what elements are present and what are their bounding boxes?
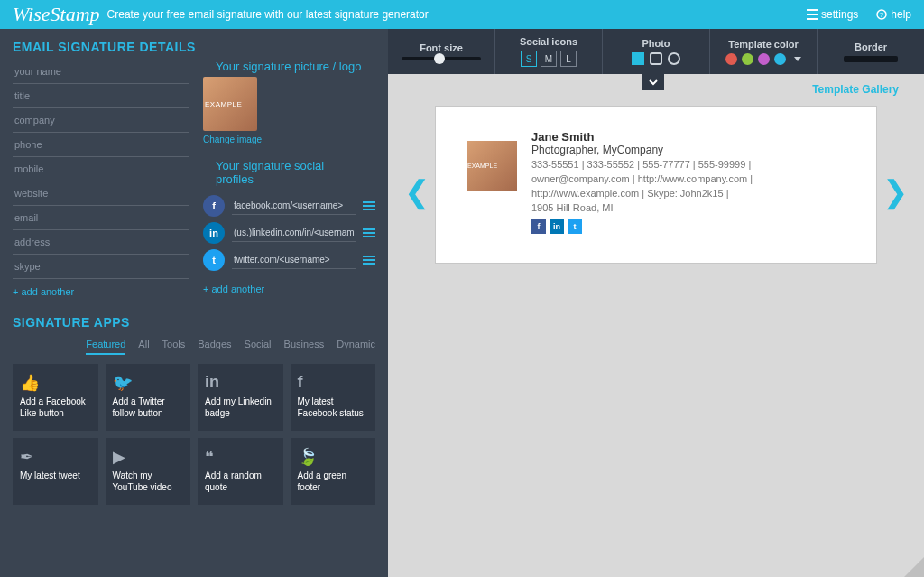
linkedin-icon: in	[205, 373, 276, 391]
app-quote[interactable]: ❝Add a random quote	[198, 438, 283, 505]
font-size-slider[interactable]	[402, 57, 481, 60]
tab-badges[interactable]: Badges	[198, 339, 231, 355]
website-field[interactable]	[13, 181, 189, 206]
left-panel: EMAIL SIGNATURE DETAILS + add another Yo…	[0, 29, 388, 577]
photo-shape-circle[interactable]	[668, 52, 680, 65]
photo-shape-rounded[interactable]	[650, 52, 662, 65]
svg-text:?: ?	[880, 11, 884, 19]
tab-business[interactable]: Business	[284, 339, 325, 355]
app-label: My latest Facebook status	[298, 396, 369, 419]
app-label: Add a random quote	[205, 470, 276, 493]
app-label: My latest tweet	[20, 470, 91, 482]
tab-all[interactable]: All	[138, 339, 149, 355]
tab-social[interactable]: Social	[245, 339, 272, 355]
size-m[interactable]: M	[541, 51, 557, 67]
preview-line: http://www.example.com | Skype: John2k15…	[531, 187, 753, 201]
size-l[interactable]: L	[560, 51, 577, 67]
top-bar: WiseStamp Create your free email signatu…	[0, 0, 924, 29]
preview-facebook-icon: f	[531, 219, 546, 234]
signature-avatar[interactable]	[203, 77, 257, 131]
facebook-icon: f	[203, 195, 225, 217]
app-facebook-status[interactable]: fMy latest Facebook status	[291, 364, 376, 431]
app-facebook-like[interactable]: 👍Add a Facebook Like button	[13, 364, 98, 431]
preview-line: 1905 Hill Road, MI	[531, 201, 753, 216]
font-size-label: Font size	[420, 42, 463, 53]
tab-tools[interactable]: Tools	[162, 339, 186, 355]
twitter-icon: t	[203, 249, 225, 271]
color-dot-1[interactable]	[725, 53, 737, 65]
app-label: Add a green footer	[298, 470, 369, 493]
reorder-icon[interactable]	[363, 256, 375, 265]
title-field[interactable]	[13, 84, 189, 108]
settings-label: settings	[821, 8, 858, 21]
app-youtube[interactable]: ▶Watch my YouTube video	[106, 438, 191, 505]
skype-field[interactable]	[13, 255, 189, 279]
signature-preview: Jane Smith Photographer, MyCompany 333-5…	[435, 106, 877, 264]
border-section: Border	[818, 29, 924, 74]
options-strip: Font size Social icons S M L Photo	[388, 29, 924, 74]
photo-label: Photo	[642, 38, 670, 49]
social-icons-label: Social icons	[520, 36, 578, 47]
help-link[interactable]: ? help	[876, 8, 911, 21]
app-latest-tweet[interactable]: ✒My latest tweet	[13, 438, 98, 505]
linkedin-icon: in	[203, 222, 225, 244]
reorder-icon[interactable]	[363, 201, 375, 210]
chevron-down-icon[interactable]	[794, 57, 801, 61]
brand-logo: WiseStamp	[13, 3, 100, 26]
app-linkedin-badge[interactable]: inAdd my Linkedin badge	[198, 364, 283, 431]
color-dot-4[interactable]	[774, 53, 786, 65]
phone-field[interactable]	[13, 133, 189, 157]
color-dot-2[interactable]	[742, 53, 753, 65]
font-size-section: Font size	[388, 29, 495, 74]
template-color-label: Template color	[728, 39, 798, 50]
twitter-input[interactable]	[232, 251, 356, 269]
preview-title: Photographer, MyCompany	[531, 144, 753, 156]
preview-line: 333-55551 | 333-55552 | 555-77777 | 555-…	[531, 158, 753, 172]
tab-dynamic[interactable]: Dynamic	[337, 339, 375, 355]
app-label: Add a Twitter follow button	[113, 396, 184, 419]
border-label: Border	[855, 42, 887, 52]
app-label: Add my Linkedin badge	[205, 396, 276, 419]
template-color-section: Template color	[710, 29, 818, 74]
add-field-link[interactable]: + add another	[13, 286, 74, 297]
border-slider[interactable]	[844, 56, 898, 62]
help-label: help	[891, 8, 911, 21]
social-heading: Your signature social profiles	[203, 159, 375, 190]
linkedin-input[interactable]	[232, 224, 356, 242]
mobile-field[interactable]	[13, 157, 189, 181]
add-social-link[interactable]: + add another	[203, 284, 264, 294]
color-dot-3[interactable]	[758, 53, 770, 65]
next-template-arrow[interactable]: ❯	[882, 173, 908, 209]
app-label: Watch my YouTube video	[113, 470, 184, 493]
slider-thumb[interactable]	[434, 53, 445, 64]
strip-toggle[interactable]	[642, 74, 664, 90]
settings-link[interactable]: settings	[807, 8, 858, 21]
photo-shape-square[interactable]	[632, 52, 644, 65]
email-field[interactable]	[13, 206, 189, 230]
preview-socials: f in t	[531, 219, 753, 234]
change-image-link[interactable]: Change image	[203, 135, 375, 144]
company-field[interactable]	[13, 108, 189, 133]
app-label: Add a Facebook Like button	[20, 396, 91, 419]
size-s[interactable]: S	[521, 51, 537, 67]
address-field[interactable]	[13, 230, 189, 255]
app-twitter-follow[interactable]: 🐦Add a Twitter follow button	[106, 364, 191, 431]
tagline: Create your free email signature with ou…	[107, 8, 807, 21]
right-panel: Font size Social icons S M L Photo	[388, 29, 924, 577]
apps-heading: SIGNATURE APPS	[0, 315, 388, 335]
picture-heading: Your signature picture / logo	[203, 60, 375, 77]
facebook-icon: f	[298, 373, 369, 391]
app-green-footer[interactable]: 🍃Add a green footer	[291, 438, 376, 505]
prev-template-arrow[interactable]: ❮	[404, 173, 430, 209]
quote-icon: ❝	[205, 447, 276, 465]
reorder-icon[interactable]	[363, 228, 375, 237]
facebook-input[interactable]	[232, 197, 356, 215]
name-field[interactable]	[13, 60, 189, 84]
template-gallery-link[interactable]: Template Gallery	[812, 83, 899, 96]
preview-line: owner@company.com | http://www.company.c…	[531, 172, 753, 187]
social-row-linkedin: in	[203, 222, 375, 244]
preview-name: Jane Smith	[531, 130, 753, 144]
preview-avatar	[467, 141, 517, 191]
tab-featured[interactable]: Featured	[86, 339, 125, 355]
social-icons-section: Social icons S M L	[495, 29, 603, 74]
